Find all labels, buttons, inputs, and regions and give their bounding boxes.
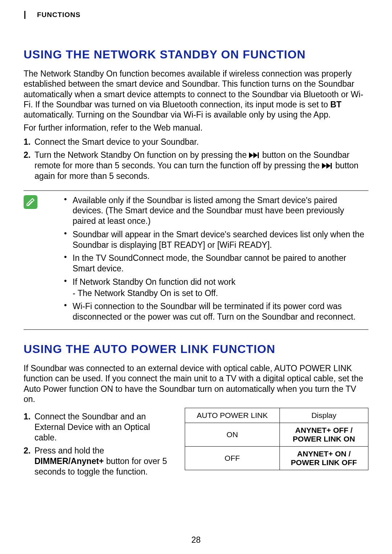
svg-marker-3 (322, 163, 326, 169)
ap-step-2a: Press and hold the (34, 446, 104, 455)
auto-power-link-table: AUTO POWER LINK Display ON ANYNET+ OFF /… (185, 408, 368, 470)
table-header-2: Display (279, 408, 368, 423)
note-2: Soundbar will appear in the Smart device… (64, 229, 368, 250)
r2c2b: POWER LINK OFF (291, 458, 357, 467)
network-standby-steps: Connect the Smart device to your Soundba… (24, 137, 368, 181)
note-1: Available only if the Soundbar is listed… (64, 195, 368, 226)
svg-rect-5 (331, 163, 332, 169)
network-standby-intro-3: For further information, refer to the We… (24, 123, 368, 133)
heading-auto-power-link: USING THE AUTO POWER LINK FUNCTION (24, 342, 368, 356)
auto-power-steps-col: Connect the Soundbar and an External Dev… (24, 408, 174, 484)
network-standby-intro: The Network Standby On function becomes … (24, 69, 368, 120)
intro-part-1: The Network Standby On function becomes … (24, 69, 363, 109)
step-1: Connect the Smart device to your Soundba… (24, 137, 368, 147)
step-2: Turn the Network Standby On function on … (24, 150, 368, 181)
svg-rect-2 (258, 152, 259, 158)
note-list: Available only if the Soundbar is listed… (44, 195, 368, 325)
intro-part-2: automatically. Turning on the Soundbar v… (24, 110, 331, 119)
auto-power-columns: Connect the Soundbar and an External Dev… (24, 408, 368, 484)
note-3: In the TV SoundConnect mode, the Soundba… (64, 253, 368, 274)
note-4-sub: The Network Standby On is set to Off. (73, 288, 368, 299)
ap-step-2: Press and hold the DIMMER/Anynet+ button… (24, 446, 174, 477)
r1c2b: POWER LINK ON (293, 435, 355, 443)
r2c2a: ANYNET+ ON / (297, 450, 351, 458)
step-2-a: Turn the Network Standby On function on … (34, 150, 249, 160)
note-5: Wi-Fi connection to the Soundbar will be… (64, 301, 368, 322)
auto-power-table-col: AUTO POWER LINK Display ON ANYNET+ OFF /… (185, 408, 368, 470)
section-tab-label: FUNCTIONS (24, 11, 368, 19)
ap-step-1: Connect the Soundbar and an External Dev… (24, 411, 174, 443)
step-1-text: Connect the Smart device to your Soundba… (34, 137, 199, 147)
intro-bt-label: BT (330, 100, 342, 109)
manual-page: FUNCTIONS USING THE NETWORK STANDBY ON F… (0, 0, 392, 554)
svg-marker-0 (249, 152, 253, 158)
svg-marker-4 (326, 163, 331, 169)
table-r1c2: ANYNET+ OFF / POWER LINK ON (279, 423, 368, 447)
svg-marker-1 (253, 152, 258, 158)
page-number: 28 (0, 535, 392, 545)
note-icon (24, 195, 37, 209)
table-r1c1: ON (185, 423, 280, 447)
heading-network-standby: USING THE NETWORK STANDBY ON FUNCTION (24, 48, 368, 61)
table-r2c2: ANYNET+ ON / POWER LINK OFF (279, 447, 368, 470)
note-box: Available only if the Soundbar is listed… (24, 190, 368, 330)
auto-power-intro: If Soundbar was connected to an external… (24, 363, 368, 404)
ap-step-2-bold: DIMMER/Anynet+ (34, 456, 104, 466)
fast-forward-icon (249, 152, 260, 158)
note-4-text: If Network Standby On function did not w… (73, 277, 236, 287)
table-r2c1: OFF (185, 447, 280, 470)
auto-power-steps: Connect the Soundbar and an External Dev… (24, 411, 174, 477)
note-4: If Network Standby On function did not w… (64, 277, 368, 299)
r1c2a: ANYNET+ OFF / (295, 426, 352, 434)
fast-forward-icon (322, 163, 333, 169)
table-header-1: AUTO POWER LINK (185, 408, 280, 423)
